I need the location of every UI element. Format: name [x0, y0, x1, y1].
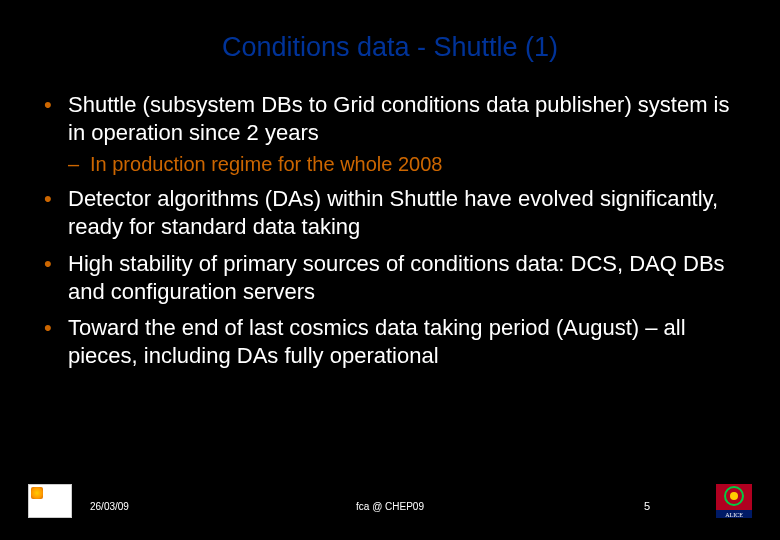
footer-date: 26/03/09	[90, 501, 129, 512]
page-number: 5	[644, 500, 650, 512]
footer-center-text: fca @ CHEP09	[356, 501, 424, 512]
bullet-text: Shuttle (subsystem DBs to Grid condition…	[68, 92, 730, 145]
svg-text:ALICE: ALICE	[725, 512, 743, 518]
bullet-item: Detector algorithms (DAs) within Shuttle…	[38, 185, 742, 241]
cern-anniversary-logo	[28, 484, 72, 518]
sub-bullet-text: In production regime for the whole 2008	[90, 153, 442, 175]
svg-point-2	[730, 492, 738, 500]
bullet-text: Toward the end of last cosmics data taki…	[68, 315, 686, 368]
bullet-text: Detector algorithms (DAs) within Shuttle…	[68, 186, 718, 239]
slide: Conditions data - Shuttle (1) Shuttle (s…	[0, 0, 780, 540]
alice-logo: ALICE	[710, 478, 758, 520]
bullet-list: Shuttle (subsystem DBs to Grid condition…	[38, 91, 742, 370]
sub-bullet-list: In production regime for the whole 2008	[68, 151, 742, 177]
bullet-item: Toward the end of last cosmics data taki…	[38, 314, 742, 370]
bullet-text: High stability of primary sources of con…	[68, 251, 725, 304]
bullet-item: Shuttle (subsystem DBs to Grid condition…	[38, 91, 742, 177]
bullet-item: High stability of primary sources of con…	[38, 250, 742, 306]
slide-title: Conditions data - Shuttle (1)	[38, 32, 742, 63]
sub-bullet-item: In production regime for the whole 2008	[68, 151, 742, 177]
footer: 26/03/09 fca @ CHEP09 5 ALICE	[0, 482, 780, 522]
